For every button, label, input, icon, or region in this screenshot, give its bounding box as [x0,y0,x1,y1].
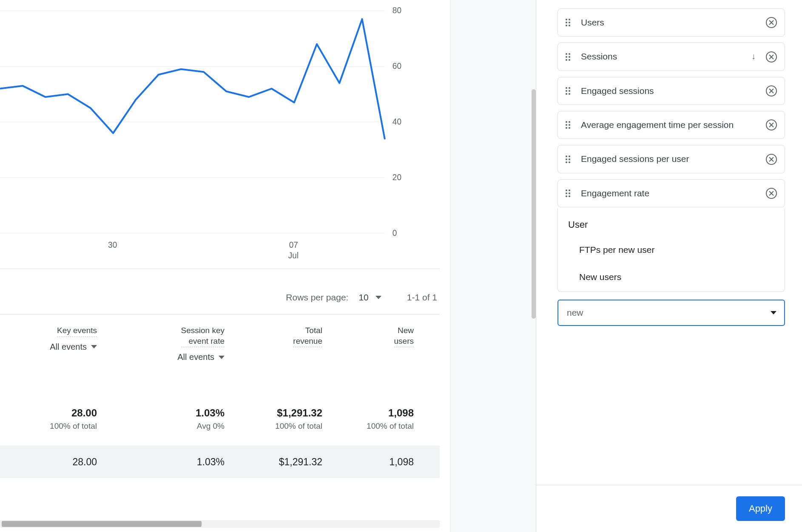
background-gap [451,0,536,532]
remove-icon[interactable] [766,51,777,62]
remove-icon[interactable] [766,17,777,28]
table-cell: 1.03% [102,446,230,478]
column-filter-key-events[interactable]: All events [50,342,97,352]
svg-text:80: 80 [392,6,401,15]
dropdown-section-title: User [558,210,785,236]
remove-icon[interactable] [766,85,777,96]
chevron-down-icon [375,296,381,299]
dropdown-option[interactable]: New users [558,263,785,291]
summary-cell: 1.03%Avg 0% [102,404,230,446]
svg-text:0: 0 [392,229,397,238]
apply-button[interactable]: Apply [736,496,785,521]
metric-item[interactable]: Sessions [557,42,785,71]
drag-handle-icon[interactable] [566,156,573,163]
table-summary-row: 28.00100% of total1.03%Avg 0%$1,291.3210… [0,404,440,446]
dropdown-option[interactable]: FTPs per new user [558,236,785,263]
summary-cell: $1,291.32100% of total [230,404,327,446]
metric-label: Sessions [581,51,741,62]
svg-text:60: 60 [392,62,401,71]
metric-item[interactable]: Users [557,8,785,37]
metric-picker-dropdown: UserFTPs per new userNew users [557,208,785,292]
column-header-total-revenue[interactable]: Total revenue [230,314,327,387]
metric-search-box[interactable] [557,300,785,326]
svg-text:07: 07 [289,241,298,249]
summary-cell: 1,098100% of total [327,404,419,446]
metric-item[interactable]: Engaged sessions [557,77,785,105]
table-cell: $1,291.32 [230,446,327,478]
scrollbar-thumb[interactable] [2,521,202,527]
metric-label: Engagement rate [581,187,758,199]
metric-label: Engaged sessions per user [581,153,758,165]
column-header-key-events[interactable]: Key events All events [0,314,102,387]
svg-text:Jul: Jul [288,251,299,260]
metrics-config-panel: UsersSessionsEngaged sessionsAverage eng… [536,0,802,532]
drag-handle-icon[interactable] [566,53,573,61]
drag-handle-icon[interactable] [566,121,573,129]
panel-footer: Apply [536,485,802,532]
table-cell: 1,098 [327,446,419,478]
column-header-session-key-event-rate[interactable]: Session key event rate All events [102,314,230,387]
chevron-down-icon [771,311,776,314]
metric-label: Average engagement time per session [581,119,758,131]
report-main: 0204060803007Jul Rows per page: 10 1-1 o… [0,0,451,532]
svg-text:40: 40 [392,117,401,126]
metric-item[interactable]: Engaged sessions per user [557,145,785,173]
svg-text:30: 30 [108,241,117,249]
metric-search-input[interactable] [566,307,765,318]
rows-per-page-label: Rows per page: [286,292,348,303]
remove-icon[interactable] [766,119,777,130]
drag-handle-icon[interactable] [566,87,573,95]
metric-item[interactable]: Average engagement time per session [557,111,785,139]
drag-handle-icon[interactable] [566,190,573,197]
remove-icon[interactable] [766,188,777,199]
column-header-new-users[interactable]: New users [327,314,419,387]
metric-label: Users [581,17,758,28]
rows-per-page-select[interactable]: 10 [358,292,381,303]
arrow-down-icon [751,54,758,60]
summary-cell: 28.00100% of total [0,404,102,446]
table-cell: 28.00 [0,446,102,478]
page-range: 1-1 of 1 [407,292,440,303]
table-column-headers: Key events All events Session key event … [0,314,440,387]
chevron-down-icon [219,356,225,359]
metric-label: Engaged sessions [581,85,758,97]
drag-handle-icon[interactable] [566,19,573,26]
table-row[interactable]: 28.001.03%$1,291.321,098 [0,446,440,478]
chevron-down-icon [91,345,97,348]
horizontal-scrollbar[interactable] [0,520,440,528]
vertical-scrollbar[interactable] [532,89,536,319]
metric-item[interactable]: Engagement rate [557,179,785,207]
remove-icon[interactable] [766,154,777,165]
column-filter-session-key-event-rate[interactable]: All events [177,352,225,362]
table-pagination: Rows per page: 10 1-1 of 1 [0,280,440,314]
svg-text:20: 20 [392,173,401,182]
trend-chart: 0204060803007Jul [0,0,421,263]
